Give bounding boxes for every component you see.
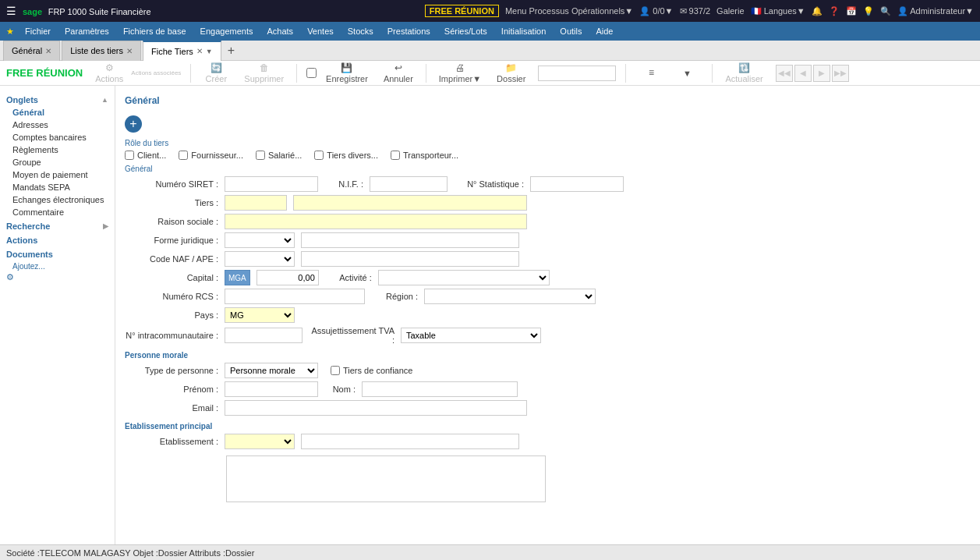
menu-fichier[interactable]: Fichier [19, 25, 57, 37]
nom-input[interactable] [362, 381, 518, 397]
fournisseur-checkbox[interactable] [179, 151, 188, 160]
forme-juridique-select[interactable] [225, 232, 295, 248]
bell-icon[interactable]: 🔔 [812, 6, 823, 16]
role-salarie[interactable]: Salarié... [256, 151, 302, 160]
tab-liste-tiers[interactable]: Liste des tiers ✕ [62, 41, 141, 61]
rcs-input[interactable] [225, 289, 365, 304]
dossier-input[interactable] [538, 66, 616, 81]
sidebar-add-icon[interactable]: ⚙ [0, 272, 14, 282]
role-tiers-divers[interactable]: Tiers divers... [314, 151, 378, 160]
sidebar-item-adresses[interactable]: Adresses [0, 119, 115, 131]
tab-fiche-tiers-chevron[interactable]: ▼ [206, 48, 213, 55]
sidebar-item-commentaire[interactable]: Commentaire [0, 206, 115, 218]
menu-prestations[interactable]: Prestations [381, 25, 437, 37]
filter-btn[interactable]: ▼ [671, 67, 702, 80]
nav-next-button[interactable]: ▶ [813, 65, 830, 82]
add-record-button[interactable]: + [125, 115, 142, 133]
sidebar-item-mandats-sepa[interactable]: Mandats SEPA [0, 181, 115, 193]
sidebar-item-comptes-bancaires[interactable]: Comptes bancaires [0, 131, 115, 144]
sidebar-add-item[interactable]: Ajoutez... [0, 261, 115, 272]
menu-stocks[interactable]: Stocks [341, 25, 380, 37]
sidebar-documents-section[interactable]: Documents [0, 246, 115, 261]
menu-aide[interactable]: Aide [589, 25, 619, 37]
list-icon-btn[interactable]: ≡ [635, 66, 667, 80]
langues-menu[interactable]: 🇫🇷 Langues▼ [751, 6, 805, 16]
save-checkbox[interactable] [306, 68, 317, 78]
hamburger-icon[interactable]: ☰ [6, 5, 16, 17]
tiers-confiance-checkbox-row[interactable]: Tiers de confiance [331, 366, 412, 375]
sidebar-item-general[interactable]: Général [0, 106, 115, 119]
sidebar-recherche-section[interactable]: Recherche ▶ [0, 218, 115, 232]
raison-sociale-input[interactable] [225, 214, 527, 229]
role-client[interactable]: Client... [125, 151, 166, 160]
siret-input[interactable] [225, 176, 318, 192]
menu-processus[interactable]: Menu Processus Opérationnels▼ [505, 6, 633, 16]
menu-engagements[interactable]: Engagements [194, 25, 260, 37]
type-personne-select[interactable]: Personne morale [225, 363, 318, 378]
search-icon[interactable]: 🔍 [880, 6, 891, 16]
nav-first-button[interactable]: ◀◀ [776, 65, 793, 82]
tab-add-button[interactable]: + [223, 44, 239, 58]
sidebar-item-echanges[interactable]: Echanges électroniques [0, 193, 115, 206]
role-fournisseur[interactable]: Fournisseur... [179, 151, 243, 160]
admin-menu[interactable]: 👤 Administrateur▼ [897, 6, 974, 16]
forme-juridique-input[interactable] [301, 232, 519, 248]
tiers-confiance-checkbox[interactable] [331, 366, 340, 375]
tab-general[interactable]: Général ✕ [3, 41, 60, 61]
sidebar-item-reglements[interactable]: Règlements [0, 144, 115, 156]
tiers-input-2[interactable] [293, 195, 527, 211]
tiers-divers-checkbox[interactable] [314, 151, 324, 160]
nif-input[interactable] [370, 176, 448, 192]
pays-select[interactable]: MG [225, 307, 295, 323]
menu-achats[interactable]: Achats [260, 25, 299, 37]
dossier-button[interactable]: 📁 Dossier [494, 61, 529, 85]
menu-initialisation[interactable]: Initialisation [495, 25, 552, 37]
etablissement-input[interactable] [301, 434, 519, 449]
tab-fiche-tiers-close[interactable]: ✕ [196, 47, 203, 55]
creer-button[interactable]: 🔄 Créer [200, 61, 232, 85]
assuj-tva-select[interactable]: Taxable [401, 328, 541, 343]
mail-icon[interactable]: ✉ 937/2 [680, 6, 711, 16]
menu-series-lots[interactable]: Séries/Lots [438, 25, 494, 37]
menu-fichiers-base[interactable]: Fichiers de base [117, 25, 193, 37]
intra-input[interactable] [225, 328, 302, 343]
salarie-checkbox[interactable] [256, 151, 265, 160]
menu-parametres[interactable]: Paramètres [58, 25, 115, 37]
actions-button[interactable]: ⚙ Actions [92, 61, 126, 85]
etablissement-select[interactable] [225, 434, 295, 449]
enregistrer-button[interactable]: 💾 Enregistrer [323, 61, 371, 85]
menu-outils[interactable]: Outils [554, 25, 588, 37]
favorites-star-icon[interactable]: ★ [6, 27, 14, 37]
bulb-icon[interactable]: 💡 [863, 6, 874, 16]
calendar-icon[interactable]: 📅 [846, 6, 857, 16]
imprimer-button[interactable]: 🖨 Imprimer▼ [436, 61, 484, 85]
menu-ventes[interactable]: Ventes [301, 25, 340, 37]
tiers-input-1[interactable] [225, 195, 287, 211]
tab-fiche-tiers[interactable]: Fiche Tiers ✕ ▼ [143, 41, 221, 61]
sidebar-onglets-section[interactable]: Onglets ▲ [0, 92, 115, 106]
sidebar-actions-section[interactable]: Actions [0, 232, 115, 246]
n-stat-input[interactable] [530, 176, 624, 192]
users-icon[interactable]: 👤 0/0▼ [639, 6, 673, 16]
nav-prev-button[interactable]: ◀ [794, 65, 812, 82]
activite-select[interactable] [378, 270, 550, 285]
code-naf-select[interactable] [225, 251, 295, 267]
sidebar-item-groupe[interactable]: Groupe [0, 156, 115, 168]
role-transporteur[interactable]: Transporteur... [391, 151, 458, 160]
help-icon[interactable]: ❓ [829, 6, 840, 16]
email-input[interactable] [225, 400, 527, 416]
sidebar-item-moyen-paiement[interactable]: Moyen de paiement [0, 168, 115, 181]
tab-general-close[interactable]: ✕ [45, 47, 51, 55]
client-checkbox[interactable] [125, 151, 134, 160]
notes-textarea[interactable] [226, 455, 546, 502]
region-select[interactable] [424, 289, 596, 304]
code-naf-input[interactable] [301, 251, 519, 267]
supprimer-button[interactable]: 🗑 Supprimer [241, 61, 287, 85]
tab-liste-tiers-close[interactable]: ✕ [126, 47, 133, 55]
capital-input[interactable] [256, 270, 319, 285]
prenom-input[interactable] [225, 381, 318, 397]
annuler-button[interactable]: ↩ Annuler [380, 61, 416, 85]
actualiser-button[interactable]: 🔃 Actualiser [722, 61, 766, 85]
galerie-link[interactable]: Galerie [716, 6, 744, 16]
nav-last-button[interactable]: ▶▶ [832, 65, 849, 82]
